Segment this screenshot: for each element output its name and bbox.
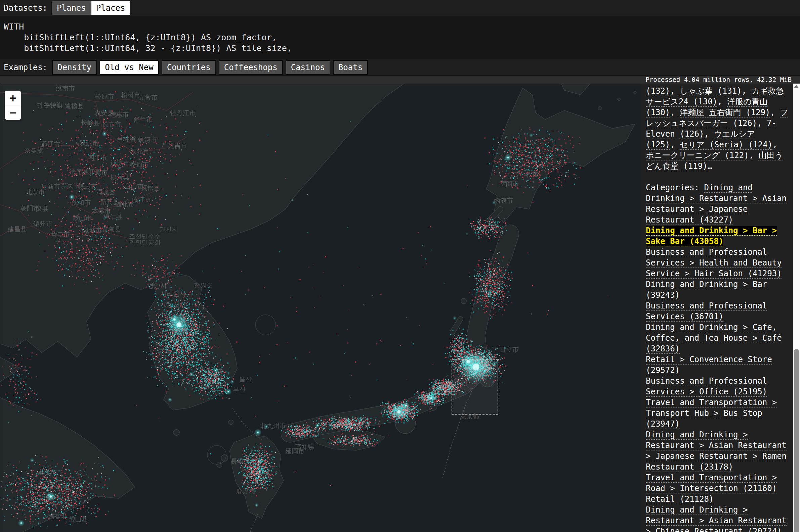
scroll-up-arrow-icon[interactable] — [794, 85, 799, 88]
category-link[interactable]: Dining and Drinking > Restaurant > Asian… — [646, 183, 786, 225]
category-link[interactable]: Dining and Drinking > Bar (39243) — [646, 280, 767, 300]
example-button-old-vs-new[interactable]: Old vs New — [99, 60, 159, 75]
sidebar-scrollbar[interactable] — [793, 83, 800, 532]
examples-bar: Examples: DensityOld vs NewCountriesCoff… — [0, 59, 800, 76]
brand-link[interactable]: しゃぶ葉 (131) — [680, 86, 742, 96]
zoom-in-button[interactable]: + — [5, 91, 21, 105]
category-link[interactable]: Dining and Drinking > Restaurant > Asian… — [646, 505, 786, 532]
examples-label: Examples: — [4, 63, 48, 72]
brand-link[interactable]: セリア (Seria) (124) — [680, 140, 772, 149]
zoom-out-button[interactable]: − — [5, 106, 21, 120]
category-link[interactable]: Retail > Convenience Store (29572) — [646, 355, 772, 375]
app-root: Datasets: PlanesPlaces WITH bitShiftLeft… — [0, 0, 800, 532]
category-link-selected[interactable]: Dining and Drinking > Bar > Sake Bar (43… — [646, 226, 777, 246]
category-link[interactable]: Travel and Transportation > Transport Hu… — [646, 398, 777, 429]
categories-list: Categories: Dining and Drinking > Restau… — [646, 182, 788, 532]
example-button-coffeeshops[interactable]: Coffeeshops — [219, 60, 283, 75]
sidebar: (132), しゃぶ葉 (131), カギ救急サービス24 (130), 洋服の… — [641, 83, 793, 532]
main-area: + − (132), しゃぶ葉 (131), カギ救急サービス24 (130),… — [0, 83, 800, 532]
dataset-button-planes[interactable]: Planes — [51, 1, 91, 16]
map-zoom-control: + − — [5, 91, 21, 120]
status-bar: Processed 4.04 million rows, 42.32 MiB — [0, 76, 800, 83]
category-link[interactable]: Dining and Drinking > Cafe, Coffee, and … — [646, 323, 782, 354]
category-link[interactable]: Business and Professional Services > Hea… — [646, 247, 782, 278]
status-text: Processed 4.04 million rows, 42.32 MiB — [646, 76, 792, 83]
scroll-thumb[interactable] — [794, 349, 799, 532]
datasets-buttons: PlanesPlaces — [52, 1, 130, 16]
sql-editor[interactable]: WITH bitShiftLeft(1::UInt64, {z:UInt8}) … — [0, 16, 800, 59]
dataset-button-places[interactable]: Places — [91, 1, 131, 16]
brand-link[interactable]: 洋麺屋 五右衛門 (129) — [680, 108, 770, 117]
category-link[interactable]: Business and Professional Services (3670… — [646, 301, 767, 321]
example-button-boats[interactable]: Boats — [333, 60, 368, 75]
datasets-label: Datasets: — [4, 3, 48, 13]
code-line: WITH — [4, 21, 800, 32]
map[interactable]: + − — [0, 83, 641, 532]
example-button-casinos[interactable]: Casinos — [286, 60, 330, 75]
example-button-density[interactable]: Density — [52, 60, 97, 75]
code-line: bitShiftLeft(1::UInt64, 32 - {z:UInt8}) … — [4, 43, 800, 54]
category-link[interactable]: Business and Professional Services > Off… — [646, 376, 767, 396]
map-canvas[interactable] — [0, 83, 641, 532]
brand-link[interactable]: (132) — [646, 86, 670, 96]
brand-link[interactable]: ポニークリーニング (122) — [646, 151, 749, 160]
category-link[interactable]: Retail (21128) — [646, 494, 714, 504]
top-names-list: (132), しゃぶ葉 (131), カギ救急サービス24 (130), 洋服の… — [646, 86, 788, 172]
category-link[interactable]: Dining and Drinking > Restaurant > Asian… — [646, 430, 786, 472]
map-selection-rect[interactable] — [452, 360, 498, 415]
code-line: bitShiftLeft(1::UInt64, {z:UInt8}) AS zo… — [4, 32, 800, 43]
examples-buttons: DensityOld vs NewCountriesCoffeeshopsCas… — [52, 60, 368, 75]
datasets-bar: Datasets: PlanesPlaces — [0, 0, 800, 16]
example-button-countries[interactable]: Countries — [162, 60, 216, 75]
category-link[interactable]: Travel and Transportation > Road > Inter… — [646, 473, 777, 493]
